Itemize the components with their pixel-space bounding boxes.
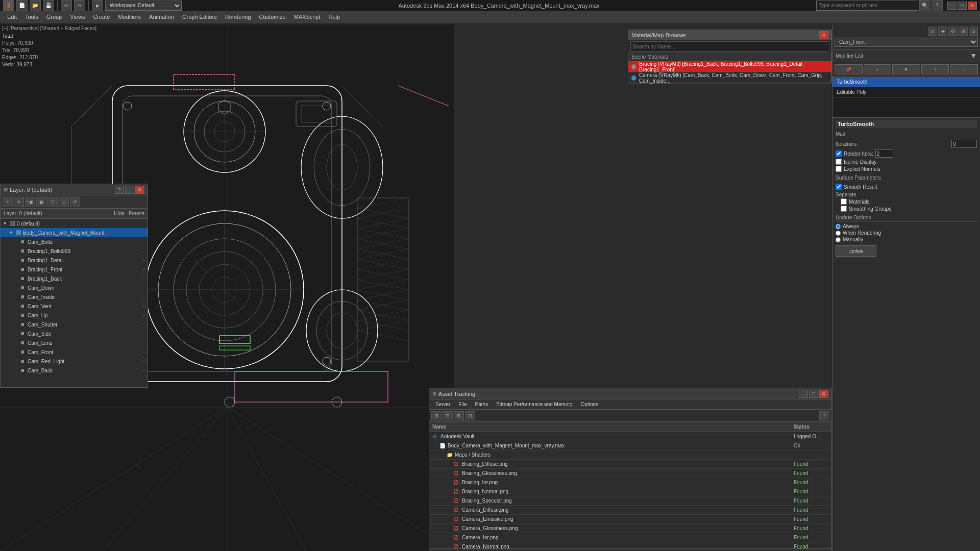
layer-item-5[interactable]: Bracing1_Front··· bbox=[1, 265, 148, 274]
layer-item-15[interactable]: Cam_Red_Light··· bbox=[1, 357, 148, 366]
close-button[interactable]: ✕ bbox=[968, 2, 977, 10]
materials-checkbox[interactable] bbox=[841, 198, 847, 205]
menu-help[interactable]: Help bbox=[325, 13, 345, 21]
layer-item-1[interactable]: ▼Body_Camera_with_Magnet_Mount··· bbox=[1, 228, 148, 237]
rp-icon-5[interactable]: ⊡ bbox=[969, 27, 978, 36]
asset-item-5[interactable]: 🖼Bracing_Ior.pngFound bbox=[429, 478, 831, 487]
asset-maximize-button[interactable]: □ bbox=[809, 390, 818, 398]
asset-tool-4[interactable]: ⊡ bbox=[465, 411, 475, 420]
asset-item-10[interactable]: 🖼Camera_Glossiness.pngFound bbox=[429, 524, 831, 533]
layer-item-0[interactable]: ▼0 (default) bbox=[1, 219, 148, 228]
cam-select-dropdown[interactable]: Cam_Front bbox=[835, 37, 978, 47]
material-search-input[interactable] bbox=[630, 41, 829, 52]
layer-item-10[interactable]: Cam_Up··· bbox=[1, 311, 148, 320]
menu-group[interactable]: Group bbox=[42, 13, 66, 21]
isoline-checkbox[interactable] bbox=[836, 159, 842, 165]
smoothing-groups-checkbox[interactable] bbox=[841, 206, 847, 212]
rp-icon-4[interactable]: ⊞ bbox=[959, 27, 968, 36]
menu-edit[interactable]: Edit bbox=[3, 13, 21, 21]
layer-item-6[interactable]: Bracing1_Back··· bbox=[1, 274, 148, 283]
asset-menu-options[interactable]: Options bbox=[577, 400, 602, 408]
layer-item-9[interactable]: Cam_Vent··· bbox=[1, 302, 148, 311]
explicit-checkbox[interactable] bbox=[836, 166, 842, 172]
render-icon[interactable]: ▶ bbox=[92, 0, 103, 11]
asset-horizontal-scrollbar[interactable] bbox=[429, 548, 831, 551]
maximize-button[interactable]: □ bbox=[958, 2, 967, 10]
workspace-select[interactable]: Workspace: Default bbox=[105, 1, 182, 11]
layer-select-button[interactable]: ▣ bbox=[36, 197, 46, 207]
asset-item-3[interactable]: 🖼Bracing_Diffuse.pngFound bbox=[429, 460, 831, 469]
menu-create[interactable]: Create bbox=[89, 13, 114, 21]
asset-item-2[interactable]: 📁Maps / Shaders bbox=[429, 450, 831, 460]
undo-icon[interactable]: ↩ bbox=[61, 0, 72, 11]
asset-item-6[interactable]: 🖼Bracing_Normal.pngFound bbox=[429, 487, 831, 496]
menu-customize[interactable]: Customize bbox=[255, 13, 290, 21]
modifier-list-dropdown-icon[interactable]: ▼ bbox=[970, 52, 977, 60]
iterations-input[interactable] bbox=[951, 140, 977, 148]
update-manually-radio[interactable] bbox=[836, 237, 841, 242]
menu-graph-editors[interactable]: Graph Editors bbox=[178, 13, 221, 21]
modifier-item-editable-poly[interactable]: Editable Poly bbox=[832, 87, 980, 97]
new-file-icon[interactable]: 📄 bbox=[16, 0, 28, 11]
update-when-rendering-radio[interactable] bbox=[836, 231, 841, 236]
smooth-result-checkbox[interactable] bbox=[836, 184, 842, 190]
asset-menu-bitmap-perf[interactable]: Bitmap Performance and Memory bbox=[492, 400, 577, 408]
modifier-item-turbosmooth[interactable]: TurboSmooth bbox=[832, 77, 980, 87]
rp-icon-2[interactable]: ◈ bbox=[938, 27, 947, 36]
rp-icon-3[interactable]: ⚙ bbox=[948, 27, 958, 36]
layer-item-14[interactable]: Cam_Front··· bbox=[1, 347, 148, 357]
help-icon[interactable]: ? bbox=[932, 0, 943, 11]
layer-item-17[interactable]: Cam_Grip··· bbox=[1, 375, 148, 377]
asset-item-12[interactable]: 🖼Camera_Normal.pngFound bbox=[429, 542, 831, 548]
keyword-search-input[interactable] bbox=[816, 1, 918, 11]
search-icon[interactable]: 🔍 bbox=[919, 0, 930, 11]
asset-tool-2[interactable]: ⊟ bbox=[443, 411, 453, 420]
minimize-button[interactable]: — bbox=[947, 2, 957, 10]
menu-tools[interactable]: Tools bbox=[21, 13, 42, 21]
menu-rendering[interactable]: Rendering bbox=[221, 13, 255, 21]
layer-item-4[interactable]: Bracing1_Detail··· bbox=[1, 256, 148, 265]
asset-item-7[interactable]: 🖼Bracing_Specular.pngFound bbox=[429, 496, 831, 506]
mat-item-camera[interactable]: Camera (VRayMtl) [Cam_Back, Cam_Bolts, C… bbox=[628, 72, 831, 84]
layer-item-13[interactable]: Cam_Lens··· bbox=[1, 338, 148, 347]
layer-expand-button[interactable]: ▽ bbox=[47, 197, 58, 207]
asset-item-4[interactable]: 🖼Bracing_Glossiness.pngFound bbox=[429, 469, 831, 478]
rp-icon-1[interactable]: ⊙ bbox=[928, 27, 937, 36]
layer-item-3[interactable]: Bracing1_Bolts999··· bbox=[1, 246, 148, 256]
save-file-icon[interactable]: 💾 bbox=[43, 0, 54, 11]
menu-modifiers[interactable]: Modifiers bbox=[114, 13, 145, 21]
menu-views[interactable]: Views bbox=[66, 13, 89, 21]
modifier-remove-button[interactable]: ✕ bbox=[892, 64, 920, 74]
layers-minimize-button[interactable]: — bbox=[125, 186, 134, 194]
asset-help-button[interactable]: ? bbox=[819, 411, 829, 420]
update-always-radio[interactable] bbox=[836, 224, 841, 229]
asset-close-button[interactable]: ✕ bbox=[819, 390, 828, 398]
layers-help-button[interactable]: ? bbox=[115, 186, 124, 194]
asset-tool-1[interactable]: ⊞ bbox=[431, 411, 442, 420]
modifier-move-down-button[interactable]: ↓ bbox=[950, 64, 978, 74]
asset-item-8[interactable]: 🖼Camera_Diffuse.pngFound bbox=[429, 506, 831, 515]
layer-add-selection-button[interactable]: +▣ bbox=[25, 197, 35, 207]
layer-refresh-button[interactable]: ↺ bbox=[70, 197, 80, 207]
layer-collapse-button[interactable]: △ bbox=[59, 197, 69, 207]
asset-item-11[interactable]: 🖼Camera_Ior.pngFound bbox=[429, 533, 831, 542]
modifier-pin-button[interactable]: 📌 bbox=[835, 64, 863, 74]
layer-item-12[interactable]: Cam_Side··· bbox=[1, 329, 148, 338]
asset-item-9[interactable]: 🖼Camera_Emissive.pngFound bbox=[429, 515, 831, 524]
redo-icon[interactable]: ↪ bbox=[74, 0, 85, 11]
mat-item-bracing[interactable]: Bracing (VRayMtl) [Bracing1_Back, Bracin… bbox=[628, 61, 831, 72]
asset-menu-server[interactable]: Server bbox=[431, 400, 454, 408]
menu-maxscript[interactable]: MAXScript bbox=[290, 13, 325, 21]
asset-menu-paths[interactable]: Paths bbox=[471, 400, 493, 408]
layer-item-2[interactable]: Cam_Bolts··· bbox=[1, 237, 148, 246]
modifier-move-up-button[interactable]: ↑ bbox=[921, 64, 949, 74]
update-button[interactable]: Update bbox=[836, 245, 876, 257]
asset-item-1[interactable]: 📄Body_Camera_with_Magnet_Mount_max_vray.… bbox=[429, 441, 831, 450]
layer-item-8[interactable]: Cam_Inside··· bbox=[1, 292, 148, 302]
layer-delete-button[interactable]: ✕ bbox=[14, 197, 24, 207]
asset-item-0[interactable]: ⊞Autodesk VaultLogged O... bbox=[429, 432, 831, 441]
layer-item-11[interactable]: Cam_Shutter··· bbox=[1, 320, 148, 329]
material-browser-close-button[interactable]: ✕ bbox=[819, 31, 828, 39]
menu-animation[interactable]: Animation bbox=[145, 13, 178, 21]
layer-new-button[interactable]: + bbox=[3, 197, 13, 207]
